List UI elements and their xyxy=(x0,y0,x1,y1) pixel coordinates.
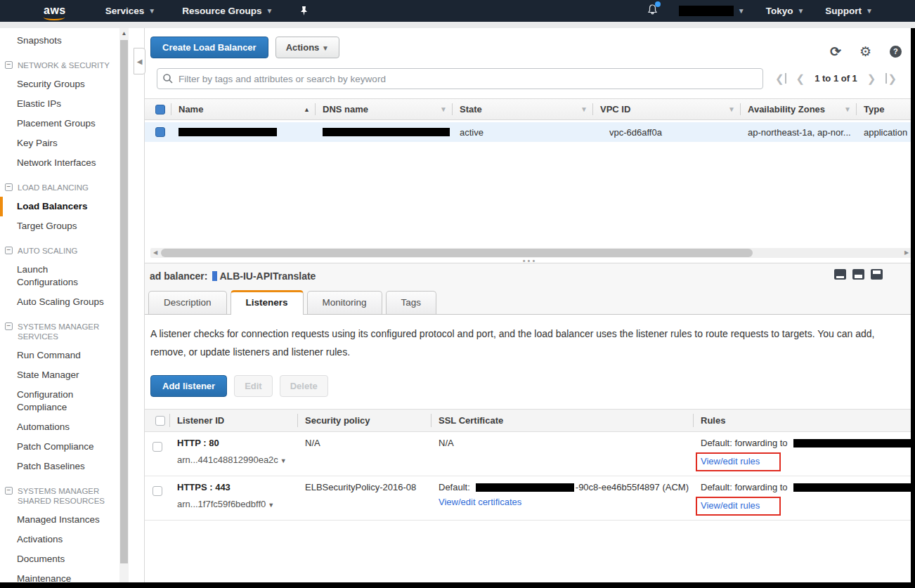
sidebar-item-activations[interactable]: Activations xyxy=(0,530,119,549)
listener-arn[interactable]: arn...441c48812990ea2c▼ xyxy=(177,455,298,465)
redaction-bottom-edge xyxy=(0,582,915,588)
listeners-table: Listener ID Security policy SSL Certific… xyxy=(145,409,915,521)
sidebar-section-auto-scaling: − AUTO SCALING xyxy=(0,236,119,260)
scroll-up-icon[interactable]: ▲ xyxy=(119,28,129,39)
refresh-icon[interactable]: ⟳ xyxy=(830,44,841,60)
sidebar-scrollbar-thumb[interactable] xyxy=(120,40,128,563)
detail-lb-name: ALB-IU-APITranslate xyxy=(219,270,316,282)
gear-icon[interactable]: ⚙ xyxy=(859,44,871,60)
previous-page-icon[interactable]: ❮ xyxy=(796,73,805,84)
collapse-section-icon[interactable]: − xyxy=(5,487,13,495)
sidebar-item-placement-groups[interactable]: Placement Groups xyxy=(0,114,119,133)
aws-logo[interactable]: aws xyxy=(44,4,66,18)
tab-tags[interactable]: Tags xyxy=(386,291,437,314)
notifications-bell-icon[interactable] xyxy=(647,4,658,18)
listener-arn[interactable]: arn...1f7fc59f6bedbff0▼ xyxy=(177,499,298,509)
last-page-icon[interactable]: ❯ xyxy=(885,73,897,84)
edit-listener-button: Edit xyxy=(234,375,273,397)
select-all-listeners-checkbox[interactable] xyxy=(155,416,165,426)
load-balancer-row[interactable]: active vpc-6d6aff0a ap-northeast-1a, ap-… xyxy=(145,122,915,142)
listener-id: HTTPS : 443 xyxy=(177,482,298,492)
listener-checkbox[interactable] xyxy=(152,486,162,496)
row-checkbox[interactable] xyxy=(155,127,165,137)
horizontal-scrollbar-thumb[interactable] xyxy=(161,249,753,257)
column-header-type: Type xyxy=(864,104,884,115)
sidebar-item-automations[interactable]: Automations xyxy=(0,417,119,437)
sidebar-item-patch-baselines[interactable]: Patch Baselines xyxy=(0,457,119,476)
ssl-certificate-value: N/A xyxy=(431,432,694,476)
lb-vpc-id: vpc-6d6aff0a xyxy=(609,127,662,138)
view-edit-rules-link[interactable]: View/edit rules xyxy=(701,500,760,511)
listeners-tab-content: A listener checks for connection request… xyxy=(145,315,915,588)
sidebar-item-load-balancers[interactable]: Load Balancers xyxy=(0,197,119,216)
pane-layout-full-icon[interactable] xyxy=(871,269,883,280)
sidebar-item-target-groups[interactable]: Target Groups xyxy=(0,216,119,236)
help-icon[interactable]: ? xyxy=(890,46,902,58)
listener-checkbox[interactable] xyxy=(152,442,162,452)
support-menu[interactable]: Support▼ xyxy=(825,6,873,16)
filter-input[interactable] xyxy=(157,68,763,89)
pane-layout-bottom-icon[interactable] xyxy=(834,269,846,280)
redaction-dns-name xyxy=(323,128,450,136)
column-caret-icon[interactable]: ▼ xyxy=(728,105,735,113)
next-page-icon[interactable]: ❯ xyxy=(867,73,876,84)
sidebar-item-security-groups[interactable]: Security Groups xyxy=(0,74,119,94)
sidebar-item-snapshots[interactable]: Snapshots xyxy=(0,31,119,51)
column-header-listener-id: Listener ID xyxy=(177,415,224,426)
sidebar-item-elastic-ips[interactable]: Elastic IPs xyxy=(0,94,119,114)
listener-row-https-443: HTTPS : 443 arn...1f7fc59f6bedbff0▼ ELBS… xyxy=(145,476,915,521)
first-page-icon[interactable]: ❮ xyxy=(775,73,786,84)
create-load-balancer-button[interactable]: Create Load Balancer xyxy=(150,37,268,58)
sidebar-item-launch-configurations[interactable]: Launch Configurations xyxy=(0,260,112,292)
lb-table-header: Name▲ DNS name▼ State▼ VPC ID▼ Availabil… xyxy=(145,98,915,120)
column-caret-icon[interactable]: ▼ xyxy=(844,105,851,113)
account-menu[interactable]: ▼ xyxy=(679,6,745,16)
lb-type: application xyxy=(864,127,907,138)
collapse-sidebar-icon[interactable]: ◀ xyxy=(134,48,145,74)
column-caret-icon[interactable]: ▼ xyxy=(580,105,588,113)
sort-asc-icon[interactable]: ▲ xyxy=(304,106,310,113)
sidebar-scrollbar[interactable]: ▲ xyxy=(119,28,129,588)
chevron-down-icon: ▼ xyxy=(322,44,329,52)
collapse-section-icon[interactable]: − xyxy=(5,183,13,191)
scroll-left-icon[interactable]: ◀ xyxy=(150,248,160,258)
view-edit-certificates-link[interactable]: View/edit certificates xyxy=(439,497,521,507)
chevron-down-icon: ▼ xyxy=(866,7,873,15)
delete-listener-button: Delete xyxy=(280,375,328,397)
resource-groups-menu[interactable]: Resource Groups▼ xyxy=(182,6,273,16)
region-menu[interactable]: Tokyo▼ xyxy=(766,6,805,16)
sidebar-item-patch-compliance[interactable]: Patch Compliance xyxy=(0,437,119,457)
collapse-section-icon[interactable]: − xyxy=(5,247,13,254)
add-listener-button[interactable]: Add listener xyxy=(150,375,227,397)
sidebar-item-key-pairs[interactable]: Key Pairs xyxy=(0,133,119,153)
sidebar-item-run-command[interactable]: Run Command xyxy=(0,346,119,365)
pin-icon[interactable] xyxy=(299,6,309,16)
sidebar-item-auto-scaling-groups[interactable]: Auto Scaling Groups xyxy=(0,292,119,312)
collapse-section-icon[interactable]: − xyxy=(5,322,13,330)
chevron-down-icon: ▼ xyxy=(266,7,273,15)
services-menu[interactable]: Services▼ xyxy=(105,6,155,16)
chevron-down-icon: ▼ xyxy=(280,457,287,464)
actions-button[interactable]: Actions ▼ xyxy=(275,37,339,58)
tab-description[interactable]: Description xyxy=(148,291,227,314)
sidebar-item-documents[interactable]: Documents xyxy=(0,549,119,569)
pane-layout-split-icon[interactable] xyxy=(852,269,864,280)
column-caret-icon[interactable]: ▼ xyxy=(440,105,447,113)
sidebar-item-configuration-compliance[interactable]: Configuration Compliance xyxy=(0,385,105,417)
redaction-account-name xyxy=(679,6,734,16)
tab-listeners[interactable]: Listeners xyxy=(231,290,304,315)
select-all-checkbox[interactable] xyxy=(155,105,165,115)
listener-row-http-80: HTTP : 80 arn...441c48812990ea2c▼ N/A N/… xyxy=(145,432,915,476)
sidebar-item-managed-instances[interactable]: Managed Instances xyxy=(0,510,119,530)
chevron-down-icon: ▼ xyxy=(738,7,745,15)
security-policy-value: N/A xyxy=(298,432,431,476)
notification-dot xyxy=(655,1,661,7)
sidebar-item-network-interfaces[interactable]: Network Interfaces xyxy=(0,153,119,173)
redaction-target-group xyxy=(793,439,915,447)
tab-monitoring[interactable]: Monitoring xyxy=(307,291,382,314)
sidebar-item-state-manager[interactable]: State Manager xyxy=(0,365,119,385)
collapse-section-icon[interactable]: − xyxy=(5,61,13,69)
view-edit-rules-link[interactable]: View/edit rules xyxy=(701,456,760,466)
scroll-right-icon[interactable]: ▶ xyxy=(902,248,911,258)
column-header-dns-name: DNS name xyxy=(323,104,368,115)
